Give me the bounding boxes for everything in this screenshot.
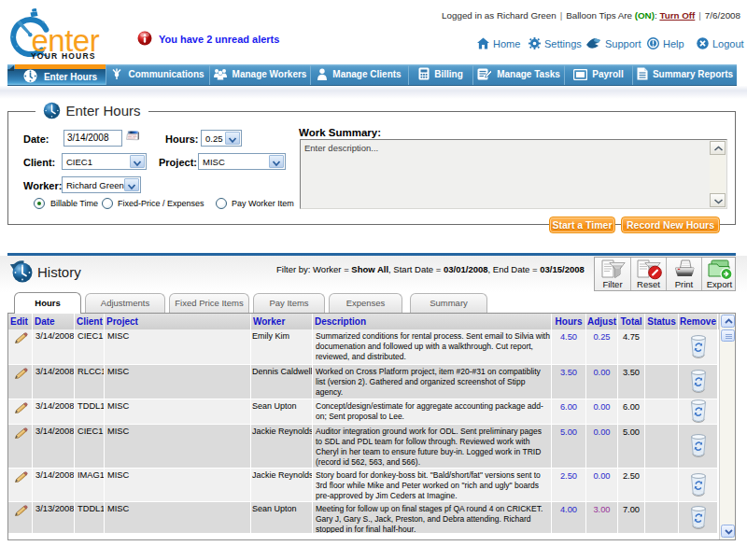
svg-text:YOUR HOURS: YOUR HOURS (31, 51, 96, 61)
